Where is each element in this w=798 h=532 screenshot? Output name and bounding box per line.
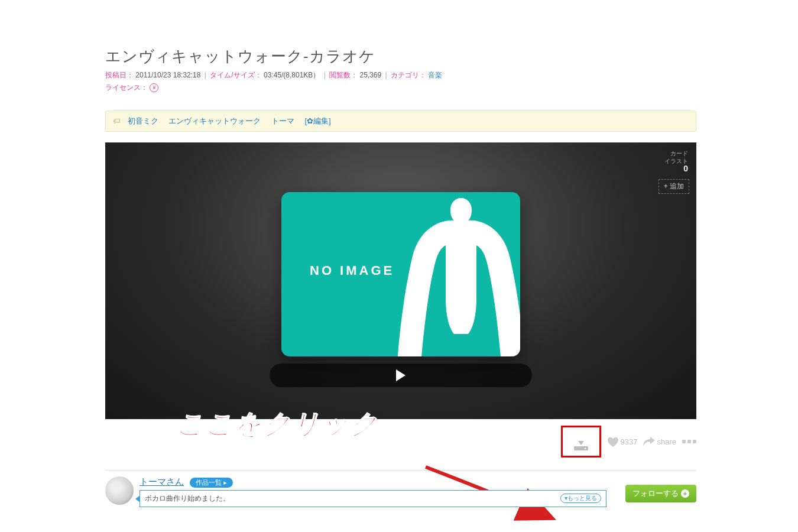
download-button[interactable] [571, 432, 591, 452]
tag-link[interactable]: エンヴィキャットウォーク [168, 116, 261, 125]
author-name-link[interactable]: トーマさん [140, 476, 184, 486]
card-illustration-counter: カード イラスト 0 [664, 150, 688, 173]
dots-icon [682, 440, 686, 443]
miku-silhouette-icon [372, 192, 520, 356]
more-button[interactable] [682, 440, 696, 443]
share-button[interactable]: share [643, 437, 676, 446]
posted-date-label: 投稿日： [105, 71, 134, 79]
play-icon [396, 369, 406, 381]
svg-point-1 [584, 447, 585, 449]
time-size-label: タイム/サイズ： [210, 71, 261, 79]
category-label: カテゴリ： [391, 71, 426, 79]
add-card-button[interactable]: + 追加 [658, 179, 689, 194]
meta-line-1: 投稿日： 2011/10/23 18:32:18 | タイム/サイズ： 03:4… [105, 70, 696, 80]
license-label: ライセンス： [105, 83, 148, 92]
author-section: トーマさん 作品一覧 ▸ ボカロ曲作り始めました。 ▾もっと見る フォローする … [105, 470, 696, 507]
author-bio-text: ボカロ曲作り始めました。 [145, 494, 230, 502]
category-link[interactable]: 音楽 [428, 71, 442, 79]
author-avatar[interactable] [105, 476, 134, 505]
like-count: 9337 [621, 437, 638, 446]
views-label: 閲覧数： [329, 71, 358, 79]
yen-license-icon: ¥ [150, 83, 158, 92]
meta-line-2: ライセンス： ¥ [105, 83, 696, 93]
media-player: カード イラスト 0 + 追加 NO IMAGE ここをクリック [105, 142, 696, 419]
views-value: 25,369 [360, 71, 382, 79]
page-title: エンヴィキャットウォーク-カラオケ [105, 46, 696, 67]
download-highlight-box [561, 426, 601, 458]
play-bar[interactable] [270, 364, 532, 387]
posted-date-value: 2011/10/23 18:32:18 [135, 71, 200, 79]
tag-box: 🏷 初音ミク エンヴィキャットウォーク トーマ [✿編集] [105, 111, 696, 132]
tag-link[interactable]: トーマ [271, 116, 294, 125]
svg-rect-0 [574, 446, 588, 450]
time-size-value: 03:45/(8,801KB） [264, 71, 320, 79]
tag-link[interactable]: 初音ミク [128, 116, 158, 125]
cover-image: NO IMAGE [281, 192, 520, 356]
author-bio-box: ボカロ曲作り始めました。 ▾もっと見る [140, 490, 606, 507]
share-label: share [657, 437, 676, 446]
tag-edit-link[interactable]: [✿編集] [305, 116, 331, 125]
plus-icon: + [681, 489, 689, 498]
follow-label: フォローする [632, 488, 679, 499]
heart-icon [607, 436, 619, 447]
follow-button[interactable]: フォローする + [625, 485, 696, 502]
like-button[interactable]: 9337 [607, 436, 638, 447]
author-works-badge[interactable]: 作品一覧 ▸ [190, 478, 233, 488]
bio-expand-button[interactable]: ▾もっと見る [560, 494, 601, 503]
tag-icon: 🏷 [113, 116, 121, 125]
download-icon [571, 432, 591, 452]
share-icon [643, 437, 655, 446]
action-bar: 9337 share [105, 424, 696, 459]
